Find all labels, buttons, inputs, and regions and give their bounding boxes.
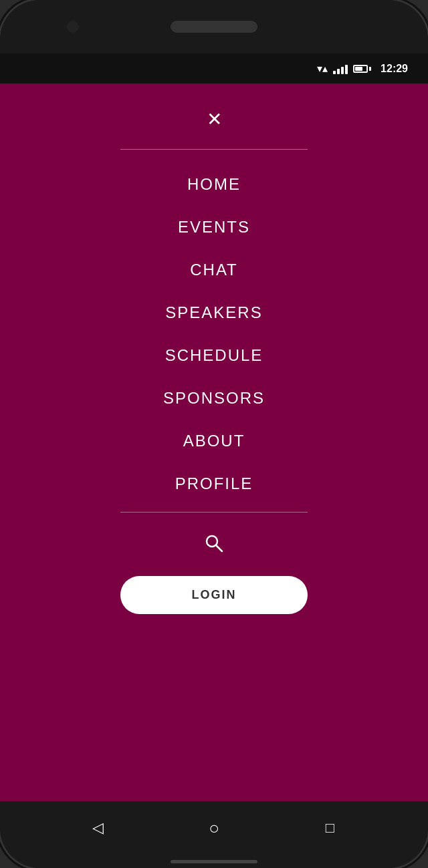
phone-speaker [171, 21, 257, 33]
menu-container: ✕ HOME EVENTS CHAT SPEAKERS SCHEDULE SPO… [0, 84, 428, 801]
close-icon: ✕ [207, 109, 222, 130]
nav-item-events[interactable]: EVENTS [0, 206, 428, 249]
back-icon: ◁ [92, 819, 104, 837]
nav-item-home[interactable]: HOME [0, 163, 428, 206]
battery-body [353, 65, 368, 73]
bottom-indicator [0, 855, 428, 868]
screen: ✕ HOME EVENTS CHAT SPEAKERS SCHEDULE SPO… [0, 84, 428, 801]
login-button[interactable]: LOGIN [120, 576, 308, 614]
signal-bar-2 [337, 69, 340, 74]
nav-item-about[interactable]: ABOUT [0, 420, 428, 462]
nav-item-schedule[interactable]: SCHEDULE [0, 334, 428, 377]
phone-frame: ▾▴ 12:29 ✕ [0, 0, 428, 868]
signal-bar-3 [341, 67, 344, 74]
status-icons: ▾▴ 12:29 [317, 62, 408, 75]
search-icon [203, 533, 225, 554]
status-bar: ▾▴ 12:29 [0, 53, 428, 84]
search-button[interactable] [197, 526, 231, 563]
home-icon: ○ [209, 818, 219, 839]
recent-icon: □ [326, 819, 334, 837]
battery-fill [355, 67, 362, 71]
wifi-icon: ▾▴ [317, 62, 328, 75]
signal-bars [333, 63, 348, 74]
battery-tip [369, 67, 371, 71]
close-button[interactable]: ✕ [200, 104, 229, 136]
top-divider [120, 149, 308, 150]
nav-item-speakers[interactable]: SPEAKERS [0, 291, 428, 334]
phone-top-bar [0, 0, 428, 53]
signal-bar-1 [333, 71, 336, 74]
svg-line-1 [216, 545, 222, 551]
battery-icon [353, 65, 371, 73]
status-time: 12:29 [381, 63, 408, 75]
home-button[interactable]: ○ [197, 811, 231, 845]
nav-item-sponsors[interactable]: SPONSORS [0, 377, 428, 420]
recent-button[interactable]: □ [313, 811, 346, 845]
bottom-pill [171, 860, 257, 863]
phone-bottom-bar: ◁ ○ □ [0, 801, 428, 855]
phone-camera [67, 21, 79, 33]
signal-bar-4 [345, 65, 348, 74]
nav-item-chat[interactable]: CHAT [0, 249, 428, 291]
bottom-divider [120, 512, 308, 513]
nav-item-profile[interactable]: PROFILE [0, 462, 428, 505]
back-button[interactable]: ◁ [82, 811, 115, 845]
